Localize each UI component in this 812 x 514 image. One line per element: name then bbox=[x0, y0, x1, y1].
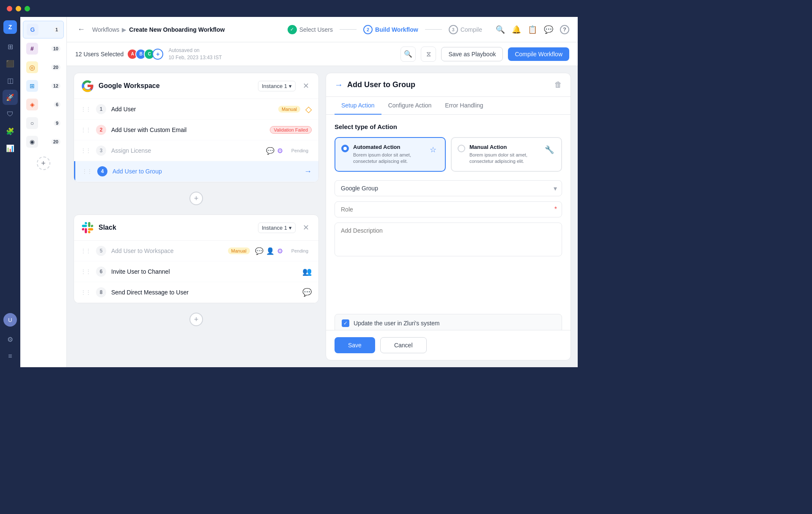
role-input[interactable] bbox=[335, 201, 562, 217]
add-action-button-2[interactable]: + bbox=[189, 313, 203, 326]
message-icon-8: 💬 bbox=[302, 288, 312, 297]
action-row-6[interactable]: ⋮⋮ 6 Invite User to Channel 👥 bbox=[74, 261, 318, 282]
manual-badge-5: Manual bbox=[228, 247, 250, 254]
sidebar-item-google[interactable]: G 1 bbox=[23, 21, 64, 38]
google-block-close-button[interactable]: ✕ bbox=[300, 80, 312, 92]
action-row-4[interactable]: ⋮⋮ 4 Add User to Group → bbox=[74, 161, 318, 182]
chat-icon[interactable]: 💬 bbox=[544, 25, 553, 34]
action-name-4: Add User to Group bbox=[112, 168, 299, 175]
content-area: Google Workspace Instance 1 ▾ ✕ ⋮⋮ 1 Add… bbox=[67, 66, 578, 367]
save-playbook-button[interactable]: Save as Playbook bbox=[441, 47, 503, 61]
action-row-8[interactable]: ⋮⋮ 8 Send Direct Message to User 💬 bbox=[74, 282, 318, 303]
google-group-select-wrapper: Google Group bbox=[335, 180, 562, 196]
automated-action-card[interactable]: Automated Action Borem ipsum dolor sit a… bbox=[335, 137, 446, 172]
delete-action-button[interactable]: 🗑 bbox=[554, 80, 562, 89]
slack-instance-selector[interactable]: Instance 1 ▾ bbox=[258, 223, 296, 233]
bell-icon[interactable]: 🔔 bbox=[512, 25, 521, 34]
drag-handle-4[interactable]: ⋮⋮ bbox=[82, 168, 92, 174]
step-divider-1 bbox=[340, 29, 357, 30]
tab-error-handling[interactable]: Error Handling bbox=[438, 97, 490, 115]
description-textarea[interactable] bbox=[335, 223, 562, 256]
step-select-label: Select Users bbox=[299, 26, 333, 33]
action-type-grid: Automated Action Borem ipsum dolor sit a… bbox=[335, 137, 562, 172]
maximize-button[interactable] bbox=[25, 6, 30, 11]
clipboard-icon[interactable]: 📋 bbox=[528, 25, 537, 34]
sidebar-item-app6[interactable]: ○ 9 bbox=[23, 115, 64, 132]
drag-handle-5[interactable]: ⋮⋮ bbox=[81, 248, 91, 254]
save-button[interactable]: Save bbox=[335, 337, 375, 353]
app-logo[interactable]: Z bbox=[3, 20, 17, 34]
slack-block-close-button[interactable]: ✕ bbox=[300, 222, 312, 234]
breadcrumb-current: Create New Onboarding Workflow bbox=[129, 26, 225, 33]
automated-radio[interactable] bbox=[341, 145, 349, 152]
search-nav-icon[interactable]: 🔍 bbox=[496, 25, 505, 34]
search-button[interactable]: 🔍 bbox=[401, 47, 416, 62]
drag-handle-1[interactable]: ⋮⋮ bbox=[81, 106, 91, 112]
action-num-1: 1 bbox=[96, 104, 106, 114]
autosave-info: Autosaved on 10 Feb, 2023 13:43 IST bbox=[168, 47, 222, 61]
puzzle-nav-icon[interactable]: 🧩 bbox=[3, 124, 18, 139]
chevron-down-icon-slack: ▾ bbox=[289, 225, 292, 231]
breadcrumb-separator: ▶ bbox=[122, 26, 126, 33]
manual-radio[interactable] bbox=[458, 145, 465, 152]
drag-handle-8[interactable]: ⋮⋮ bbox=[81, 289, 91, 295]
compile-workflow-button[interactable]: Compile Workflow bbox=[508, 47, 569, 61]
action-num-2: 2 bbox=[96, 125, 106, 135]
right-panel: → Add User to Group 🗑 Setup Action Confi… bbox=[326, 73, 571, 360]
tab-configure-action[interactable]: Configure Action bbox=[381, 97, 439, 115]
cancel-button[interactable]: Cancel bbox=[380, 337, 427, 353]
drag-handle-3[interactable]: ⋮⋮ bbox=[81, 148, 91, 154]
tab-setup-action[interactable]: Setup Action bbox=[335, 97, 381, 115]
breadcrumb-parent[interactable]: Workflows bbox=[92, 26, 119, 33]
sidebar-item-app7[interactable]: ◉ 20 bbox=[23, 133, 64, 150]
sidebar-item-slack[interactable]: # 10 bbox=[23, 40, 64, 57]
shield-nav-icon[interactable]: 🛡 bbox=[3, 107, 18, 122]
manual-action-card[interactable]: Manual Action Borem ipsum dolor sit amet… bbox=[451, 137, 562, 172]
workflow-nav-icon[interactable]: 🚀 bbox=[3, 90, 18, 105]
drag-handle-6[interactable]: ⋮⋮ bbox=[81, 269, 91, 275]
panel-tabs: Setup Action Configure Action Error Hand… bbox=[326, 97, 571, 115]
filter-button[interactable]: ⧖ bbox=[421, 47, 436, 62]
action-icons-5: 💬 👤 ⚙ bbox=[255, 247, 283, 255]
add-app-button[interactable]: + bbox=[37, 157, 50, 170]
manual-action-title: Manual Action bbox=[469, 144, 539, 150]
google-logo-icon bbox=[81, 79, 94, 93]
sidebar-item-figma[interactable]: ◈ 6 bbox=[23, 96, 64, 113]
image-nav-icon[interactable]: ◫ bbox=[3, 73, 18, 88]
link-icon-5: ⚙ bbox=[277, 247, 283, 255]
section-title: Select type of Action bbox=[335, 123, 562, 130]
google-group-select[interactable]: Google Group bbox=[335, 180, 562, 196]
update-user-checkbox[interactable]: ✓ bbox=[342, 319, 349, 327]
app6-badge: 9 bbox=[54, 120, 60, 126]
menu-nav-icon[interactable]: ≡ bbox=[3, 349, 18, 364]
add-action-button-1[interactable]: + bbox=[189, 192, 203, 205]
google-instance-label: Instance 1 bbox=[262, 83, 287, 89]
action-row-2[interactable]: ⋮⋮ 2 Add User with Custom Email Validati… bbox=[74, 120, 318, 140]
grid-nav-icon[interactable]: ⊞ bbox=[3, 39, 18, 54]
google-instance-selector[interactable]: Instance 1 ▾ bbox=[258, 81, 296, 91]
back-button[interactable]: ← bbox=[75, 24, 87, 36]
slack-header: Slack Instance 1 ▾ ✕ bbox=[74, 215, 318, 241]
action-row-1[interactable]: ⋮⋮ 1 Add User Manual ◇ bbox=[74, 99, 318, 120]
minimize-button[interactable] bbox=[16, 6, 21, 11]
settings-nav-icon[interactable]: ⚙ bbox=[3, 332, 18, 347]
panel-body: Select type of Action Automated Action B… bbox=[326, 115, 571, 330]
apps-nav-icon[interactable]: ⬛ bbox=[3, 56, 18, 71]
sidebar-item-app3[interactable]: ◎ 20 bbox=[23, 59, 64, 76]
action-row-3[interactable]: ⋮⋮ 3 Assign License 💬 ⚙ Pending bbox=[74, 140, 318, 161]
close-button[interactable] bbox=[7, 6, 12, 11]
action-num-5: 5 bbox=[96, 246, 106, 256]
steps-indicator: ✓ Select Users 2 Build Workflow 3 Compil… bbox=[288, 25, 482, 34]
sidebar-item-windows[interactable]: ⊞ 12 bbox=[23, 77, 64, 94]
app7-badge: 20 bbox=[51, 139, 60, 145]
user-icon-5: 👤 bbox=[266, 247, 274, 255]
app6-icon: ○ bbox=[26, 117, 38, 129]
drag-handle-2[interactable]: ⋮⋮ bbox=[81, 127, 91, 133]
user-avatar[interactable]: U bbox=[3, 313, 17, 327]
channel-icon-6: 👥 bbox=[302, 267, 312, 276]
help-icon[interactable]: ? bbox=[560, 25, 569, 34]
avatar-add-button[interactable]: + bbox=[152, 49, 163, 60]
reports-nav-icon[interactable]: 📊 bbox=[3, 140, 18, 156]
google-badge: 1 bbox=[53, 27, 60, 33]
action-row-5[interactable]: ⋮⋮ 5 Add User to Workspace Manual 💬 👤 ⚙ … bbox=[74, 241, 318, 261]
